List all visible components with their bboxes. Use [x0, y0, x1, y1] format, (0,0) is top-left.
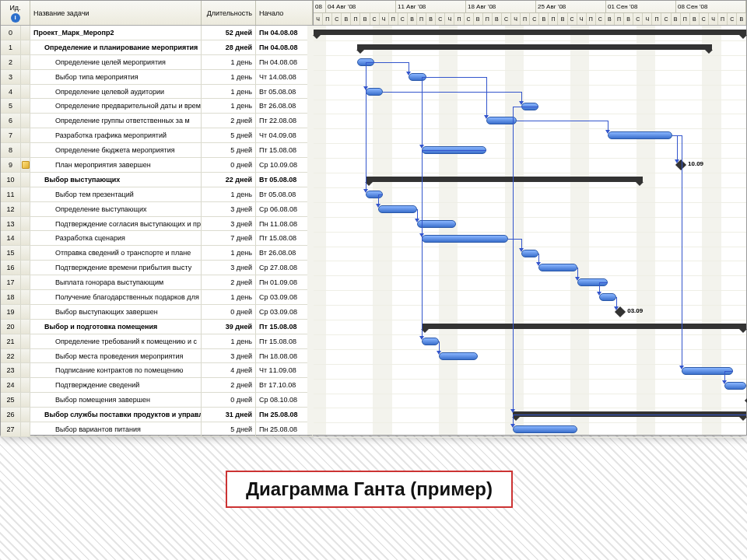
task-duration-cell[interactable]: 1 день [202, 187, 256, 201]
task-name-cell[interactable]: Разработка сценария [30, 231, 202, 245]
task-name-cell[interactable]: Определение целей мероприятия [30, 55, 202, 69]
task-start-cell[interactable]: Вт 05.08.08 [256, 187, 313, 201]
task-name-cell[interactable]: Выбор выступающих [30, 173, 202, 187]
table-row[interactable]: 20Выбор и подготовка помещения39 днейПт … [1, 320, 313, 334]
task-start-cell[interactable]: Пт 15.08.08 [256, 334, 313, 348]
table-row[interactable]: 9План мероприятия завершен0 днейСр 10.09… [1, 158, 313, 173]
task-duration-cell[interactable]: 1 день [202, 334, 256, 348]
task-bar[interactable] [513, 425, 577, 433]
task-name-cell[interactable]: Проект_Марк_Меропр2 [30, 26, 202, 40]
task-name-cell[interactable]: Определение предварительной даты и време… [30, 99, 202, 113]
task-start-cell[interactable]: Вт 17.10.08 [256, 378, 313, 392]
task-duration-cell[interactable]: 1 день [202, 290, 256, 304]
task-start-cell[interactable]: Ср 03.09.08 [256, 290, 313, 304]
table-row[interactable]: 11Выбор тем презентаций1 деньВт 05.08.08 [1, 187, 313, 202]
task-start-cell[interactable]: Пн 01.09.08 [256, 275, 313, 289]
task-name-cell[interactable]: Определение группы ответственных за м [30, 114, 202, 128]
task-start-cell[interactable]: Ср 06.08.08 [256, 202, 313, 216]
task-name-cell[interactable]: Разработка графика мероприятий [30, 128, 202, 142]
summary-bar[interactable] [357, 44, 712, 50]
task-name-cell[interactable]: Определение и планирование мероприятия [30, 40, 202, 54]
table-row[interactable]: 22Выбор места проведения мероприятия3 дн… [1, 349, 313, 364]
task-bar[interactable] [439, 352, 478, 360]
task-bar[interactable] [599, 293, 616, 301]
task-bar[interactable] [422, 235, 508, 243]
table-row[interactable]: 25Выбор помещения завершен0 днейСр 08.10… [1, 393, 313, 408]
task-start-cell[interactable]: Чт 14.08.08 [256, 70, 313, 84]
task-name-cell[interactable]: Выбор выступающих завершен [30, 305, 202, 319]
table-row[interactable]: 14Разработка сценария7 днейПт 15.08.08 [1, 231, 313, 246]
task-bar[interactable] [724, 382, 746, 390]
task-duration-cell[interactable]: 5 дней [202, 128, 256, 142]
task-start-cell[interactable]: Вт 26.08.08 [256, 246, 313, 260]
task-start-cell[interactable]: Пн 04.08.08 [256, 40, 313, 54]
task-start-cell[interactable]: Ср 10.09.08 [256, 158, 313, 172]
table-row[interactable]: 10Выбор выступающих22 днейВт 05.08.08 [1, 173, 313, 187]
task-name-cell[interactable]: Подтверждение времени прибытия высту [30, 261, 202, 275]
col-header-duration[interactable]: Длительность [202, 1, 256, 25]
task-duration-cell[interactable]: 1 день [202, 246, 256, 260]
table-row[interactable]: 3Выбор типа мероприятия1 деньЧт 14.08.08 [1, 70, 313, 85]
task-bar[interactable] [366, 88, 383, 96]
task-start-cell[interactable]: Пн 11.08.08 [256, 217, 313, 231]
task-start-cell[interactable]: Пт 15.08.08 [256, 320, 313, 334]
task-duration-cell[interactable]: 4 дней [202, 363, 256, 377]
task-duration-cell[interactable]: 3 дней [202, 261, 256, 275]
task-duration-cell[interactable]: 3 дней [202, 217, 256, 231]
table-row[interactable]: 2Определение целей мероприятия1 деньПн 0… [1, 55, 313, 70]
summary-bar[interactable] [366, 177, 643, 182]
task-name-cell[interactable]: Выбор помещения завершен [30, 393, 202, 407]
table-row[interactable]: 5Определение предварительной даты и врем… [1, 99, 313, 114]
table-row[interactable]: 12Определение выступающих3 днейСр 06.08.… [1, 202, 313, 217]
task-start-cell[interactable]: Пн 04.08.08 [256, 55, 313, 69]
table-row[interactable]: 0Проект_Марк_Меропр252 днейПн 04.08.08 [1, 26, 313, 40]
task-duration-cell[interactable]: 31 дней [202, 408, 256, 422]
table-row[interactable]: 27Выбор вариантов питания5 днейПн 25.08.… [1, 422, 313, 437]
table-row[interactable]: 7Разработка графика мероприятий5 днейЧт … [1, 128, 313, 143]
task-name-cell[interactable]: Выплата гонорара выступающим [30, 275, 202, 289]
task-name-cell[interactable]: Определение требований к помещению и с [30, 334, 202, 348]
task-start-cell[interactable]: Вт 05.08.08 [256, 173, 313, 187]
task-bar[interactable] [521, 250, 538, 257]
task-start-cell[interactable]: Ср 27.08.08 [256, 261, 313, 275]
task-name-cell[interactable]: Получение благодарственных подарков для … [30, 290, 202, 304]
task-duration-cell[interactable]: 2 дней [202, 275, 256, 289]
table-row[interactable]: 21Определение требований к помещению и с… [1, 334, 313, 349]
summary-bar[interactable] [314, 30, 746, 35]
task-start-cell[interactable]: Пн 25.08.08 [256, 408, 313, 422]
gantt-chart[interactable]: 0804 Авг '0811 Авг '0818 Авг '0825 Авг '… [314, 1, 746, 435]
task-name-cell[interactable]: Подтверждение согласия выступающих и про… [30, 217, 202, 231]
task-start-cell[interactable]: Ср 08.10.08 [256, 393, 313, 407]
table-row[interactable]: 24Подтверждение сведений2 днейВт 17.10.0… [1, 378, 313, 393]
task-start-cell[interactable]: Пт 15.08.08 [256, 231, 313, 245]
task-start-cell[interactable]: Чт 11.09.08 [256, 363, 313, 377]
task-duration-cell[interactable]: 3 дней [202, 349, 256, 363]
task-name-cell[interactable]: Подписание контрактов по помещению [30, 363, 202, 377]
task-start-cell[interactable]: Чт 04.09.08 [256, 128, 313, 142]
table-row[interactable]: 6Определение группы ответственных за м2 … [1, 114, 313, 128]
task-name-cell[interactable]: Выбор службы поставки продуктов и управл… [30, 408, 202, 422]
task-name-cell[interactable]: Выбор места проведения мероприятия [30, 349, 202, 363]
task-name-cell[interactable]: Выбор и подготовка помещения [30, 320, 202, 334]
task-duration-cell[interactable]: 1 день [202, 85, 256, 99]
task-start-cell[interactable]: Пт 15.08.08 [256, 143, 313, 157]
task-duration-cell[interactable]: 0 дней [202, 158, 256, 172]
task-bar[interactable] [422, 338, 439, 345]
table-row[interactable]: 17Выплата гонорара выступающим2 днейПн 0… [1, 275, 313, 290]
task-duration-cell[interactable]: 2 дней [202, 114, 256, 128]
table-row[interactable]: 15Отправка сведений о транспорте и плане… [1, 246, 313, 261]
task-name-cell[interactable]: Выбор вариантов питания [30, 422, 202, 436]
table-row[interactable]: 26Выбор службы поставки продуктов и упра… [1, 408, 313, 422]
col-header-start[interactable]: Начало [256, 1, 313, 25]
task-start-cell[interactable]: Ср 03.09.08 [256, 305, 313, 319]
task-start-cell[interactable]: Пт 22.08.08 [256, 114, 313, 128]
task-duration-cell[interactable]: 1 день [202, 55, 256, 69]
task-duration-cell[interactable]: 28 дней [202, 40, 256, 54]
task-bar[interactable] [417, 220, 456, 228]
task-name-cell[interactable]: План мероприятия завершен [30, 158, 202, 172]
task-duration-cell[interactable]: 5 дней [202, 143, 256, 157]
table-row[interactable]: 8Определение бюджета мероприятия5 днейПт… [1, 143, 313, 158]
task-start-cell[interactable]: Вт 05.08.08 [256, 85, 313, 99]
task-start-cell[interactable]: Пн 18.08.08 [256, 349, 313, 363]
task-duration-cell[interactable]: 5 дней [202, 422, 256, 436]
